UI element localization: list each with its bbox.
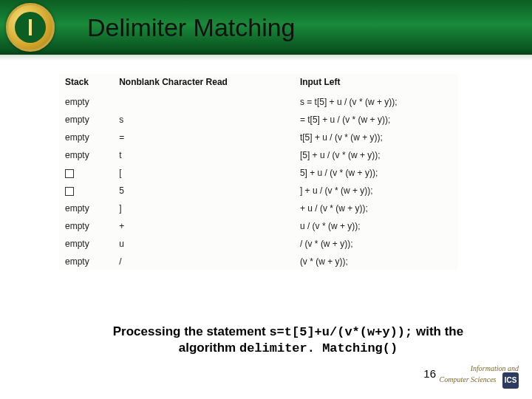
input-cell: t[5] + u / (v * (w + y)); <box>294 129 458 146</box>
col-read: Nonblank Character Read <box>113 74 294 93</box>
caption-alg: delimiter. Matching() <box>239 341 398 355</box>
caption-prefix: Processing the statement <box>113 324 270 338</box>
read-cell: ] <box>113 200 294 217</box>
table-row: empty=t[5] + u / (v * (w + y)); <box>59 129 458 146</box>
col-stack: Stack <box>59 74 113 93</box>
slide-header: Delimiter Matching <box>0 0 532 56</box>
logo-center-icon <box>15 12 46 43</box>
trace-table-container: Stack Nonblank Character Read Input Left… <box>59 74 458 270</box>
table-row: emptys= t[5] + u / (v * (w + y)); <box>59 111 458 129</box>
read-cell: t <box>113 146 294 164</box>
input-cell: u / (v * (w + y)); <box>294 217 458 235</box>
read-cell: 5 <box>113 182 294 200</box>
university-logo <box>6 3 55 52</box>
col-input: Input Left <box>294 74 458 93</box>
caption-code: s=t[5]+u/(v*(w+y)); <box>269 325 412 339</box>
footer-line-2: Computer Sciences <box>440 375 497 383</box>
input-cell: = t[5] + u / (v * (w + y)); <box>294 111 458 129</box>
read-cell: s <box>113 111 294 129</box>
stack-cell: empty <box>59 93 113 111</box>
table-row: emptyu/ (v * (w + y)); <box>59 235 458 253</box>
table-row: 5] + u / (v * (w + y)); <box>59 182 458 200</box>
input-cell: [5] + u / (v * (w + y)); <box>294 146 458 164</box>
table-row: emptyt[5] + u / (v * (w + y)); <box>59 146 458 164</box>
stack-box-icon <box>65 169 74 178</box>
read-cell: [ <box>113 164 294 182</box>
stack-cell: empty <box>59 235 113 253</box>
footer-line-1: Information and <box>471 364 519 372</box>
input-cell: / (v * (w + y)); <box>294 235 458 253</box>
table-row: empty+u / (v * (w + y)); <box>59 217 458 235</box>
table-row: empty/(v * (w + y)); <box>59 253 458 270</box>
ics-badge-icon: ICS <box>502 372 519 389</box>
input-cell: (v * (w + y)); <box>294 253 458 270</box>
stack-box-icon <box>65 187 74 196</box>
stack-cell: empty <box>59 217 113 235</box>
slide-title: Delimiter Matching <box>87 13 296 42</box>
stack-cell: empty <box>59 200 113 217</box>
trace-table: Stack Nonblank Character Read Input Left… <box>59 74 458 270</box>
read-cell <box>113 93 294 111</box>
input-cell: + u / (v * (w + y)); <box>294 200 458 217</box>
read-cell: = <box>113 129 294 146</box>
read-cell: / <box>113 253 294 270</box>
page-number: 16 <box>423 367 436 380</box>
table-row: emptys = t[5] + u / (v * (w + y)); <box>59 93 458 111</box>
table-row: [5] + u / (v * (w + y)); <box>59 164 458 182</box>
read-cell: u <box>113 235 294 253</box>
read-cell: + <box>113 217 294 235</box>
stack-cell: empty <box>59 129 113 146</box>
table-row: empty]+ u / (v * (w + y)); <box>59 200 458 217</box>
caption: Processing the statement s=t[5]+u/(v*(w+… <box>96 324 480 357</box>
stack-cell <box>59 182 113 200</box>
stack-cell: empty <box>59 253 113 270</box>
input-cell: ] + u / (v * (w + y)); <box>294 182 458 200</box>
stack-cell: empty <box>59 111 113 129</box>
input-cell: 5] + u / (v * (w + y)); <box>294 164 458 182</box>
stack-cell: empty <box>59 146 113 164</box>
department-logo: Information and Computer Sciences ICS <box>440 365 519 389</box>
stack-cell <box>59 164 113 182</box>
input-cell: s = t[5] + u / (v * (w + y)); <box>294 93 458 111</box>
